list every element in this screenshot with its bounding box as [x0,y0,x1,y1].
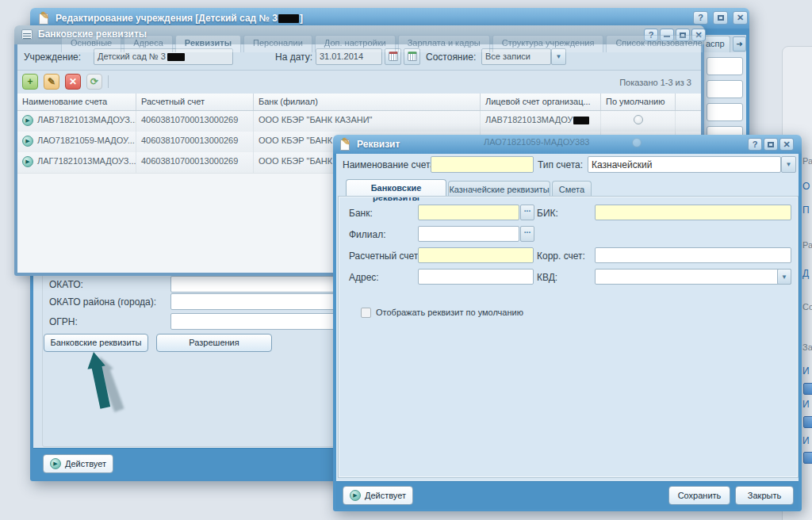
column-header: Лицевой счет организац... [481,94,601,110]
fragment-icon [803,383,812,395]
branch-label: Филиал: [349,229,386,240]
column-header: По умолчанию [601,94,676,110]
close-window-button[interactable]: Закрыть [735,486,794,505]
panel-fragment: Ра [802,156,812,166]
edit-button[interactable]: ✎ [44,74,59,90]
ghost-tab-strip: Основные Адреса Реквизиты Персоналии Доп… [33,35,703,52]
corr-account-input[interactable] [595,247,791,263]
close-button[interactable]: ✕ [733,11,748,25]
tab-struktura[interactable]: Структура учреждения [492,35,604,52]
bank-input[interactable] [418,205,519,220]
okato-district-label: ОКАТО района (города): [49,296,156,308]
tab-spisok-polzovateley[interactable]: Список пользователей [606,35,703,52]
panel-fragment: Со [802,302,812,312]
help-button[interactable]: ? [693,11,708,25]
play-icon: ▶ [50,458,61,469]
bik-input[interactable] [595,205,791,220]
requisite-window-body: Наименование счета: Тип счета: Казначейс… [336,154,799,481]
form-field-fragment[interactable] [707,57,743,75]
address-input[interactable] [418,269,534,285]
account-type-chevron[interactable]: ▼ [781,156,796,173]
branch-input[interactable] [418,226,519,242]
redaction-box [573,117,589,124]
bank-lookup-button[interactable]: ... [520,205,534,220]
bank-window-icon [21,29,33,40]
account-name-input[interactable] [431,156,534,173]
tab-smeta[interactable]: Смета [552,181,592,197]
on-date-label: На дату: [275,52,312,63]
column-header: Расчетный счет [136,94,254,110]
grid-header[interactable]: Наименование счета Расчетный счет Банк (… [17,94,701,111]
account-name-label: Наименование счета: [343,159,438,170]
tab-zarplata[interactable]: Зарплата и кадры [398,35,490,52]
close-button[interactable]: ✕ [779,138,794,151]
panel-fragment: Д [802,268,809,279]
save-button[interactable]: Сохранить [668,486,730,505]
arrow-right-icon: ➜ [736,40,742,48]
kvd-combo[interactable] [595,269,791,285]
tab-personalii[interactable]: Персоналии [243,35,312,52]
play-icon: ▶ [350,490,361,501]
redaction-box [278,14,299,23]
toolbar-separator [108,75,109,88]
status-active-button[interactable]: ▶ Действует [43,454,113,473]
column-header [676,94,701,110]
chevron-down-icon: ▼ [781,273,787,281]
record-status-icon: ▶ [22,156,33,167]
ogrn-label: ОГРН: [49,316,78,327]
panel-fragment: И [802,365,810,377]
form-field-fragment[interactable] [707,103,743,121]
default-checkbox[interactable] [361,308,371,318]
okato-label: ОКАТО: [49,279,83,290]
tab-dop-nastroyki[interactable]: Доп. настройки [315,35,396,52]
edit-window-icon: ✎ [38,12,50,24]
tab-adresa[interactable]: Адреса [124,35,173,52]
table-row[interactable]: ▶ ЛАВ71821013МАДОУЗ... 40603810700013000… [17,111,701,132]
maximize-button[interactable] [713,11,728,25]
screen: Ра О П Ра Д Со За И И И ✎ Редактирование… [0,0,812,520]
settlement-account-input[interactable] [418,247,534,263]
settlement-account-label: Расчетный счет: [349,250,421,262]
tab-rekvizity[interactable]: Реквизиты [175,35,241,52]
address-label: Адрес: [349,272,379,283]
chevron-down-icon: ▼ [786,161,792,168]
edit-window-title: Редактирование учреждения [Детский сад №… [56,13,303,24]
panel-fragment: О [802,181,810,192]
default-radio[interactable] [634,115,643,124]
maximize-button[interactable] [764,138,778,151]
bik-label: БИК: [537,208,558,219]
panel-fragment: Ра [802,240,812,250]
record-status-icon: ▶ [22,136,33,147]
add-button[interactable]: + [22,74,38,90]
tab-panel [339,197,798,477]
record-status-icon: ▶ [22,115,33,126]
branch-lookup-button[interactable]: ... [520,226,534,242]
ghost-radio [632,138,642,147]
permissions-button[interactable]: Разрешения [156,334,272,352]
tab-treasury-requisites[interactable]: Казначейские реквизиты [448,181,550,197]
panel-fragment: За [802,342,812,352]
kvd-label: КВД: [537,272,557,283]
kvd-chevron[interactable]: ▼ [777,269,791,285]
panel-fragment: И [802,399,810,410]
account-type-combo[interactable]: Казначейский [588,156,781,173]
status-active-button[interactable]: ▶ Действует [343,486,413,505]
delete-button[interactable]: ✕ [65,74,81,90]
institution-label: Учреждение: [24,52,81,63]
panel-fragment: П [802,205,810,216]
form-field-fragment[interactable] [707,80,743,98]
calendar-refresh-icon [408,52,417,61]
refresh-button[interactable]: ⟳ [86,74,102,90]
help-button[interactable]: ? [748,138,762,151]
tab-scroll-right-button[interactable]: ➜ [733,36,746,52]
shown-count: Показано 1-3 из 3 [493,78,691,87]
column-header: Наименование счета [17,94,136,110]
requisite-status-bar: ▶ Действует Сохранить Закрыть [336,481,799,509]
requisite-window: ✎ Реквизит ? ✕ ЛАО71821059-МАДОУ383 Наим… [333,135,802,511]
tab-bank-requisites[interactable]: Банковские реквизиты [346,179,446,197]
requisite-window-icon: ✎ [339,138,351,150]
requisite-window-title: Реквизит [357,139,400,150]
panel-fragment: И [802,435,810,446]
default-checkbox-label[interactable]: Отображать реквизит по умолчанию [376,308,523,317]
tab-osnovnye[interactable]: Основные [61,35,121,52]
